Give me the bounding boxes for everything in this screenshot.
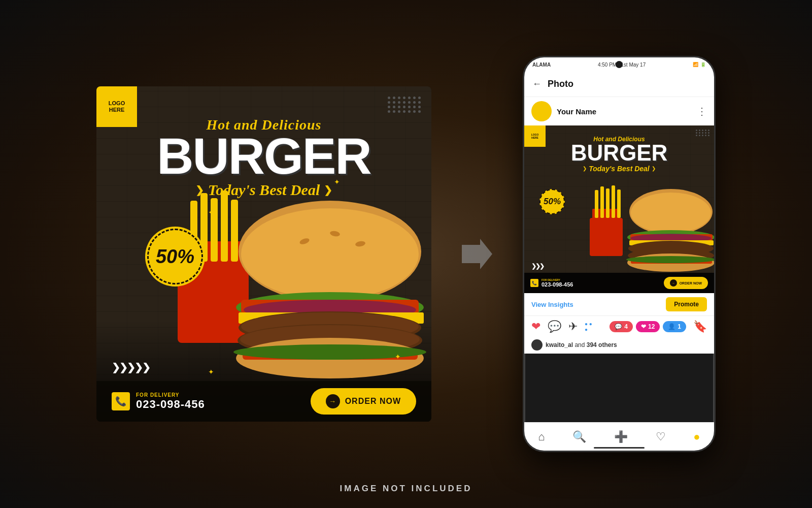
delivery-info: 📞 FOR DELIVERY 023-098-456: [112, 392, 205, 411]
phone-order-button[interactable]: → ORDER NOW: [664, 277, 708, 289]
banner-bottom-bar: 📞 FOR DELIVERY 023-098-456 → ORDER NOW: [96, 381, 431, 422]
photo-header: ← Photo: [524, 72, 714, 97]
phone-right-arrow: ❯: [652, 166, 656, 171]
svg-point-8: [241, 208, 419, 300]
page-bottom-label: IMAGE NOT INCLUDED: [340, 484, 472, 494]
svg-rect-25: [595, 190, 598, 218]
order-now-label: ORDER NOW: [345, 397, 401, 406]
view-insights-button[interactable]: View Insights: [531, 301, 573, 308]
nav-home-button[interactable]: ⌂: [538, 430, 545, 443]
phone-banner-bottom: 📞 FOR DELIVERY 023-098-456 → ORDER NOW: [524, 273, 714, 293]
svg-rect-6: [231, 200, 238, 262]
profile-name: Your Name: [557, 107, 692, 116]
svg-rect-29: [617, 189, 621, 218]
nav-heart-button[interactable]: ♡: [656, 430, 666, 443]
phone-number-text: 023-098-456: [136, 398, 205, 411]
phone-arrows-deco: ❯❯❯: [531, 263, 544, 270]
camera-notch: [616, 61, 623, 68]
main-container: LOGO HERE Hot and Delicious BURGER ❯ Tod…: [51, 56, 761, 452]
sparkle-3: ✦: [395, 353, 401, 361]
comment-icon: 💬: [615, 323, 622, 330]
svg-rect-5: [221, 190, 228, 262]
follower-bubble: 👤 1: [663, 321, 686, 332]
svg-point-31: [631, 193, 711, 233]
photo-header-title: Photo: [548, 79, 573, 89]
phone-mini-banner: LOGO HERE Hot and Delicious BURGER ❯ Tod…: [524, 125, 714, 293]
food-image: [167, 170, 431, 384]
right-arrow-shape: [462, 239, 492, 269]
comment-bubble: 💬 4: [610, 321, 633, 332]
more-options-button[interactable]: ⋮: [697, 105, 707, 117]
action-row: ❤ 💬 ✈ ● ● ● 💬 4 ❤ 12 👤: [524, 316, 714, 337]
discount-percent: 50%: [156, 247, 194, 266]
phone-delivery-text: FOR DELIVERY 023-098-456: [542, 278, 573, 288]
dots-indicator: ● ● ●: [585, 321, 595, 332]
phone-burger-title: BURGER: [524, 143, 714, 163]
like-icon: ❤: [641, 323, 646, 330]
back-button[interactable]: ←: [532, 79, 542, 89]
logo-line2: HERE: [109, 107, 125, 113]
svg-rect-26: [600, 186, 604, 218]
order-now-button[interactable]: → ORDER NOW: [311, 388, 416, 415]
nav-profile-button[interactable]: ●: [693, 430, 700, 443]
delivery-text-block: FOR DELIVERY 023-098-456: [136, 392, 205, 411]
share-button[interactable]: ✈: [568, 320, 578, 333]
for-delivery-label: FOR DELIVERY: [136, 392, 205, 398]
profile-row: Your Name ⋮: [524, 97, 714, 125]
left-banner: LOGO HERE Hot and Delicious BURGER ❯ Tod…: [96, 86, 431, 422]
follower-count: 1: [678, 323, 681, 330]
arrow-between: [462, 239, 492, 269]
bookmark-button[interactable]: 🔖: [693, 320, 707, 333]
likes-text: kwaito_al and 394 others: [546, 341, 617, 348]
comment-count: 4: [624, 323, 628, 330]
phone-phone-icon: 📞: [530, 279, 538, 287]
liker-name: kwaito_al: [546, 341, 573, 348]
phone-order-arrow-icon: →: [670, 279, 677, 287]
phone-food-image: [587, 177, 714, 274]
phone-number-mini: 023-098-456: [542, 281, 573, 288]
likes-others: and: [574, 341, 586, 348]
sparkle-4: ✦: [208, 368, 214, 376]
promote-button[interactable]: Promote: [666, 297, 707, 311]
notification-bubbles: 💬 4 ❤ 12 👤 1: [610, 321, 686, 332]
phone-icon-wrap: 📞: [112, 392, 130, 410]
engagement-bar: View Insights Promote: [524, 293, 714, 316]
svg-point-40: [626, 256, 714, 263]
phone-order-label: ORDER NOW: [680, 281, 702, 285]
arrows-decoration: ❯❯❯❯❯: [112, 361, 150, 373]
phone-delivery-info: 📞 FOR DELIVERY 023-098-456: [530, 278, 573, 288]
logo-line1: LOGO: [109, 100, 125, 107]
svg-rect-4: [211, 198, 218, 262]
svg-rect-27: [606, 188, 610, 218]
carrier-text: ALAMA: [532, 62, 551, 68]
like-count: 12: [648, 323, 655, 330]
wifi-icon: 📶: [693, 62, 698, 67]
like-button[interactable]: ❤: [531, 320, 540, 333]
phone-icon: 📞: [115, 396, 126, 407]
phone-discount-circle: 50%: [539, 189, 565, 214]
phone-banner-text: Hot and Delicious BURGER ❯ Today's Best …: [524, 136, 714, 173]
home-indicator: [594, 447, 645, 449]
liker-avatar: [531, 339, 543, 351]
likes-row: kwaito_al and 394 others: [524, 337, 714, 354]
others-count: 394 others: [587, 341, 617, 348]
order-arrow-icon: →: [326, 394, 340, 408]
status-icons: 📶 🔋: [693, 62, 706, 67]
phone-frame: ALAMA 4:50 PM | 1st May 17 📶 🔋 ← Photo Y…: [523, 56, 716, 452]
discount-circle: 50%: [147, 229, 203, 284]
phone-bottom-nav: ⌂ 🔍 ➕ ♡ ●: [524, 422, 714, 451]
sparkle-1: ✦: [208, 208, 214, 216]
nav-add-button[interactable]: ➕: [614, 430, 628, 443]
phone-left-arrow: ❯: [583, 166, 587, 171]
dot-grid-decoration: [388, 97, 421, 113]
phone-best-deal-text: Today's Best Deal: [589, 165, 650, 173]
phone-best-deal: ❯ Today's Best Deal ❯: [524, 165, 714, 173]
phone-wrapper: ALAMA 4:50 PM | 1st May 17 📶 🔋 ← Photo Y…: [523, 56, 716, 452]
battery-icon: 🔋: [700, 62, 706, 67]
phone-discount-percent: 50%: [544, 197, 561, 207]
svg-rect-23: [590, 218, 623, 256]
comment-button[interactable]: 💬: [548, 320, 561, 333]
follower-icon: 👤: [668, 323, 675, 330]
nav-search-button[interactable]: 🔍: [572, 430, 586, 443]
svg-rect-28: [612, 185, 615, 218]
